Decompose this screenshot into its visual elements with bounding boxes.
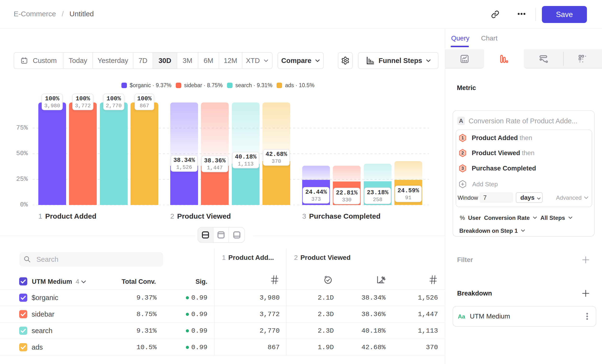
svg-text:2: 2 (462, 151, 464, 155)
svg-text:3: 3 (462, 166, 464, 171)
svg-text:1: 1 (462, 136, 464, 140)
